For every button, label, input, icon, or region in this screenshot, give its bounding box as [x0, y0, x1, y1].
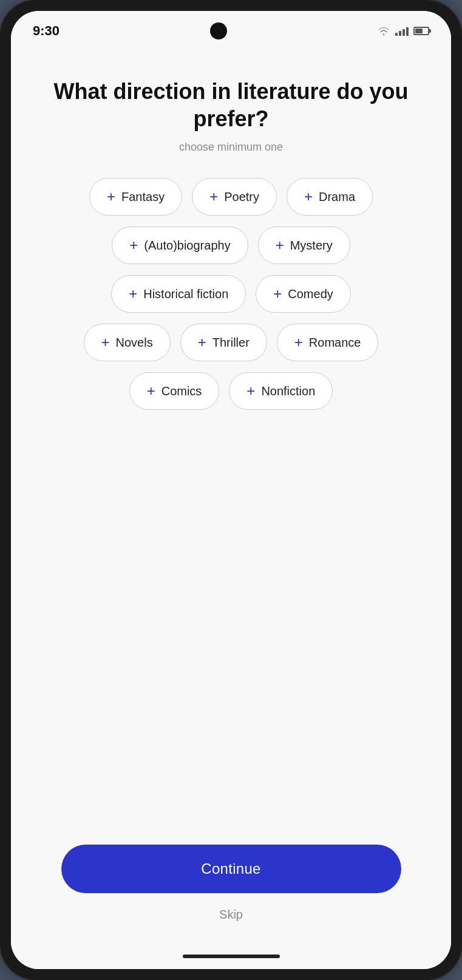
status-time: 9:30: [33, 23, 59, 39]
home-bar: [183, 954, 280, 958]
phone-frame: 9:30: [0, 0, 462, 980]
plus-icon: +: [107, 189, 115, 204]
plus-icon: +: [209, 189, 218, 204]
plus-icon: +: [147, 384, 155, 398]
skip-button[interactable]: Skip: [207, 903, 255, 927]
page-subtitle: choose minimum one: [179, 141, 283, 154]
genre-label: Comedy: [288, 287, 333, 301]
home-indicator: [11, 948, 451, 969]
plus-icon: +: [276, 238, 284, 253]
genre-row-3: + Historical fiction + Comedy: [111, 275, 351, 313]
genre-label: Poetry: [224, 190, 259, 204]
genre-label: Comics: [161, 384, 202, 398]
bottom-area: Continue Skip: [11, 845, 451, 948]
genre-chip-historical-fiction[interactable]: + Historical fiction: [111, 275, 246, 313]
screen-content: What direction in literature do you pref…: [11, 47, 451, 845]
continue-button[interactable]: Continue: [61, 845, 401, 893]
status-icons: [377, 26, 429, 36]
genre-row-5: + Comics + Nonfiction: [129, 372, 333, 410]
camera-dot: [210, 22, 227, 39]
page-title: What direction in literature do you pref…: [35, 78, 427, 132]
status-bar: 9:30: [11, 11, 451, 47]
plus-icon: +: [129, 238, 138, 253]
genre-chip-comedy[interactable]: + Comedy: [256, 275, 351, 313]
genre-label: Romance: [309, 336, 361, 350]
signal-icon: [395, 26, 409, 36]
genre-label: Fantasy: [121, 190, 165, 204]
genre-chip-poetry[interactable]: + Poetry: [192, 178, 277, 216]
phone-screen: 9:30: [11, 11, 451, 969]
genre-row-1: + Fantasy + Poetry + Drama: [89, 178, 373, 216]
genre-row-2: + (Auto)biography + Mystery: [112, 226, 350, 264]
genre-label: (Auto)biography: [144, 239, 230, 253]
genre-label: Nonfiction: [261, 384, 315, 398]
genre-label: Thriller: [212, 336, 250, 350]
plus-icon: +: [129, 287, 137, 301]
genre-chip-drama[interactable]: + Drama: [287, 178, 373, 216]
genre-chip-nonfiction[interactable]: + Nonfiction: [229, 372, 333, 410]
genre-chip-mystery[interactable]: + Mystery: [258, 226, 350, 264]
plus-icon: +: [304, 189, 313, 204]
genre-row-4: + Novels + Thriller + Romance: [84, 324, 379, 361]
genre-label: Historical fiction: [143, 287, 228, 301]
genre-chip-novels[interactable]: + Novels: [84, 324, 171, 361]
battery-icon: [413, 27, 429, 35]
plus-icon: +: [101, 335, 110, 350]
genre-chip-thriller[interactable]: + Thriller: [180, 324, 267, 361]
genre-chip-autobiography[interactable]: + (Auto)biography: [112, 226, 248, 264]
genre-label: Novels: [116, 336, 153, 350]
genre-label: Drama: [319, 190, 355, 204]
genre-chip-comics[interactable]: + Comics: [129, 372, 220, 410]
genres-container: + Fantasy + Poetry + Drama +: [35, 178, 427, 410]
plus-icon: +: [198, 335, 206, 350]
plus-icon: +: [246, 384, 255, 398]
plus-icon: +: [273, 287, 282, 301]
wifi-icon: [377, 26, 390, 36]
genre-chip-romance[interactable]: + Romance: [277, 324, 379, 361]
plus-icon: +: [294, 335, 303, 350]
genre-label: Mystery: [290, 239, 333, 253]
genre-chip-fantasy[interactable]: + Fantasy: [89, 178, 182, 216]
